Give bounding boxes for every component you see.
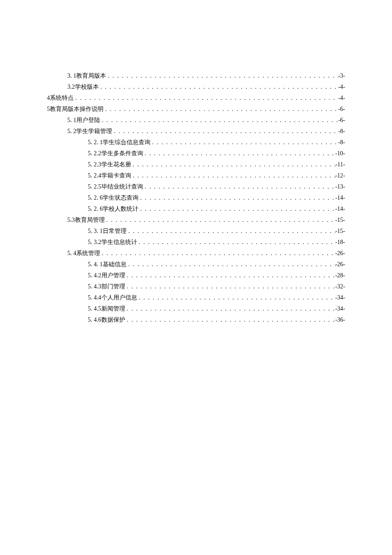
toc-label: 5. 3. 1日常管理 <box>88 226 127 237</box>
toc-page: -26- <box>335 248 345 259</box>
toc-label: 5. 2.2学生多条件查询 <box>88 148 143 159</box>
toc-entry: 5. 3. 1日常管理 -15- <box>47 226 345 237</box>
toc-entry: 3.2学校版本 -4- <box>47 81 345 93</box>
toc-page: -32- <box>335 281 345 292</box>
toc-label: 5. 2.5毕结业统计查询 <box>88 181 143 192</box>
toc-entry: 5.3教育局管理 -15- <box>47 215 345 226</box>
toc-page: -34- <box>335 303 345 314</box>
toc-entry: 3. 1教育局版本 -3- <box>47 70 345 81</box>
toc-dots <box>112 126 338 137</box>
toc-page: -26- <box>335 259 345 270</box>
toc-entry: 5. 4.4个人用户信息 -34- <box>47 292 345 303</box>
toc-entry: 5. 2.2学生多条件查询 -10- <box>47 148 345 159</box>
toc-dots <box>137 292 335 303</box>
toc-page: -34- <box>335 292 345 303</box>
toc-label: 5. 2学生学籍管理 <box>67 126 112 137</box>
toc-dots <box>125 270 335 281</box>
toc-entry: 5. 3.2学生信息统计 -18- <box>47 237 345 248</box>
toc-label: 5. 4.3部门管理 <box>88 281 125 292</box>
toc-label: 5. 4.4个人用户信息 <box>88 292 137 303</box>
toc-page: -8- <box>338 137 345 148</box>
toc-dots <box>143 148 335 159</box>
toc-label: 5. 3.2学生信息统计 <box>88 237 137 248</box>
toc-entry: 5. 2.3学生花名册 -11- <box>47 159 345 170</box>
toc-label: 5. 4. 1基础信息 <box>88 259 127 270</box>
toc-dots <box>127 226 335 237</box>
toc-page: -14- <box>335 203 345 215</box>
toc-entry: 5. 2.5毕结业统计查询 -13- <box>47 181 345 192</box>
toc-label: 5. 2. 1学生综合信息查询 <box>88 137 150 148</box>
toc-dots <box>131 170 335 181</box>
toc-dots <box>105 215 335 226</box>
toc-dots <box>100 115 338 126</box>
toc-entry: 5. 4系统管理 -26- <box>47 248 345 259</box>
toc-entry: 4系统特点 -4- <box>47 93 345 104</box>
toc-container: 3. 1教育局版本 -3- 3.2学校版本 -4- 4系统特点 -4- 5教育局… <box>47 70 345 325</box>
toc-page: -6- <box>338 104 345 115</box>
toc-dots <box>99 81 338 93</box>
toc-dots <box>138 203 335 215</box>
toc-label: 5. 4.2用户管理 <box>88 270 125 281</box>
toc-page: -3- <box>338 70 345 81</box>
toc-dots <box>125 303 335 314</box>
toc-label: 5. 1用户登陆 <box>67 115 100 126</box>
toc-label: 5. 2. 6学生状态查询 <box>88 192 138 203</box>
toc-page: -18- <box>335 237 345 248</box>
toc-label: 5教育局版本操作说明 <box>47 104 104 115</box>
toc-dots <box>138 192 335 203</box>
toc-dots <box>137 237 335 248</box>
toc-page: -36- <box>335 314 345 325</box>
toc-page: -6- <box>338 115 345 126</box>
toc-page: -28- <box>335 270 345 281</box>
toc-dots <box>125 281 335 292</box>
toc-entry: 5. 4. 1基础信息 -26- <box>47 259 345 270</box>
toc-dots <box>143 181 335 192</box>
toc-label: 5.3教育局管理 <box>67 215 105 226</box>
toc-label: 5. 2. 6学校人数统计 <box>88 203 138 215</box>
toc-entry: 5. 2学生学籍管理 -8- <box>47 126 345 137</box>
toc-dots <box>100 248 335 259</box>
toc-entry: 5. 2.4学籍卡查询 -12- <box>47 170 345 181</box>
toc-entry: 5. 4.6数据保护 -36- <box>47 314 345 325</box>
toc-page: -13- <box>335 181 345 192</box>
toc-page: -4- <box>338 93 345 104</box>
toc-label: 4系统特点 <box>47 93 74 104</box>
toc-entry: 5. 2. 6学校人数统计 -14- <box>47 203 345 215</box>
toc-label: 5. 4.5新闻管理 <box>88 303 125 314</box>
toc-entry: 5. 4.2用户管理 -28- <box>47 270 345 281</box>
toc-dots <box>74 93 338 104</box>
toc-dots <box>127 259 335 270</box>
toc-page: -4- <box>338 81 345 93</box>
toc-label: 5. 2.4学籍卡查询 <box>88 170 131 181</box>
toc-page: -15- <box>335 226 345 237</box>
toc-page: -15- <box>335 215 345 226</box>
toc-dots <box>104 104 338 115</box>
toc-entry: 5. 1用户登陆 -6- <box>47 115 345 126</box>
toc-label: 5. 4系统管理 <box>67 248 100 259</box>
toc-label: 3.2学校版本 <box>67 81 99 93</box>
toc-label: 5. 4.6数据保护 <box>88 314 125 325</box>
toc-label: 3. 1教育局版本 <box>67 70 106 81</box>
toc-entry: 5教育局版本操作说明 -6- <box>47 104 345 115</box>
toc-page: -10- <box>335 148 345 159</box>
toc-page: -12- <box>335 170 345 181</box>
toc-entry: 5. 4.3部门管理 -32- <box>47 281 345 292</box>
toc-dots <box>106 70 338 81</box>
toc-page: -8- <box>338 126 345 137</box>
toc-entry: 5. 2. 6学生状态查询 -14- <box>47 192 345 203</box>
toc-entry: 5. 4.5新闻管理 -34- <box>47 303 345 314</box>
toc-dots <box>150 137 338 148</box>
toc-dots <box>125 314 335 325</box>
toc-label: 5. 2.3学生花名册 <box>88 159 131 170</box>
toc-entry: 5. 2. 1学生综合信息查询 -8- <box>47 137 345 148</box>
toc-page: -11- <box>335 159 345 170</box>
toc-page: -14- <box>335 192 345 203</box>
toc-dots <box>131 159 336 170</box>
